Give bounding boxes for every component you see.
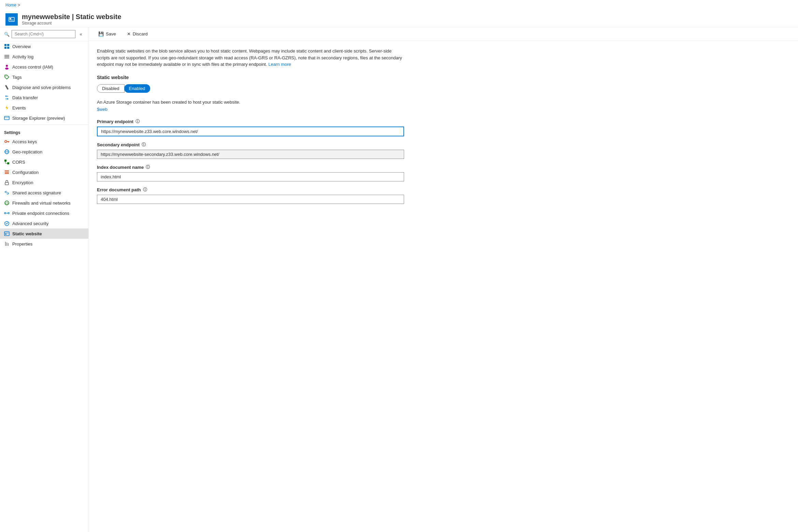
error-document-field: Error document path ⓘ	[97, 187, 404, 204]
sidebar-item-shared-access[interactable]: Shared access signature	[0, 188, 88, 198]
wrench-icon	[4, 85, 10, 90]
lock-icon	[4, 180, 10, 185]
cors-icon	[4, 159, 10, 165]
index-document-field: Index document name ⓘ	[97, 164, 404, 181]
storage-account-icon	[5, 13, 18, 26]
svg-rect-30	[5, 173, 9, 174]
content-body: Enabling static websites on the blob ser…	[89, 41, 798, 216]
sidebar-item-access-keys[interactable]: Access keys	[0, 136, 88, 147]
main-content: 💾 Save ✕ Discard Enabling static website…	[89, 27, 798, 532]
shield-icon	[4, 221, 10, 226]
page-subtitle: Storage account	[22, 21, 121, 26]
sidebar-item-private-endpoint[interactable]: Private endpoint connections	[0, 208, 88, 218]
svg-rect-28	[5, 171, 9, 171]
disabled-toggle[interactable]: Disabled	[97, 84, 125, 93]
search-bar: 🔍 «	[0, 27, 88, 41]
breadcrumb-separator: >	[18, 3, 20, 8]
svg-rect-39	[5, 234, 6, 235]
sidebar-item-tags[interactable]: Tags	[0, 72, 88, 82]
svg-point-11	[5, 68, 9, 70]
error-document-input[interactable]	[97, 195, 404, 204]
svg-rect-13	[5, 85, 9, 90]
storage-icon	[4, 115, 10, 121]
sidebar-item-label: Access keys	[12, 139, 37, 144]
learn-more-link[interactable]: Learn more	[268, 62, 291, 67]
sidebar-item-label: Firewalls and virtual networks	[12, 201, 71, 206]
discard-icon: ✕	[127, 31, 131, 36]
sidebar-item-geo-replication[interactable]: Geo-replication	[0, 147, 88, 157]
sidebar-item-events[interactable]: Events	[0, 103, 88, 113]
sidebar-item-access-control[interactable]: Access control (IAM)	[0, 62, 88, 72]
key-icon	[4, 139, 10, 144]
sidebar-item-advanced-security[interactable]: Advanced security	[0, 218, 88, 228]
description-text: Enabling static websites on the blob ser…	[97, 48, 404, 68]
page-header: mynewwebsite | Static website Storage ac…	[0, 10, 798, 27]
sidebar-item-static-website[interactable]: Static website	[0, 228, 88, 239]
sidebar-item-label: CORS	[12, 160, 25, 165]
sidebar-item-label: Tags	[12, 75, 22, 80]
sidebar-item-encryption[interactable]: Encryption	[0, 177, 88, 188]
sidebar-item-properties[interactable]: Properties	[0, 239, 88, 249]
breadcrumb: Home >	[0, 0, 798, 10]
search-input[interactable]	[12, 30, 75, 38]
transfer-icon	[4, 95, 10, 100]
svg-rect-25	[7, 162, 9, 164]
secondary-endpoint-input[interactable]	[97, 150, 404, 159]
collapse-sidebar-button[interactable]: «	[77, 31, 84, 38]
sidebar-item-label: Geo-replication	[12, 149, 42, 154]
save-icon: 💾	[98, 31, 104, 36]
lightning-icon	[4, 105, 10, 110]
enabled-toggle[interactable]: Enabled	[124, 84, 151, 93]
index-document-info-icon[interactable]: ⓘ	[146, 164, 150, 170]
svg-point-33	[5, 201, 9, 205]
website-icon	[4, 231, 10, 236]
svg-point-35	[8, 212, 9, 214]
list-icon	[4, 54, 10, 59]
primary-endpoint-info-icon[interactable]: ⓘ	[136, 119, 140, 124]
sidebar-item-firewalls[interactable]: Firewalls and virtual networks	[0, 198, 88, 208]
sidebar-item-label: Configuration	[12, 170, 39, 175]
web-container-link[interactable]: $web	[97, 107, 790, 112]
svg-rect-0	[9, 17, 14, 21]
svg-point-10	[6, 65, 8, 67]
sidebar-item-cors[interactable]: CORS	[0, 157, 88, 167]
toggle-container: Disabled Enabled	[97, 84, 790, 93]
nav-settings: Access keys Geo-replication CORS Configu…	[0, 136, 88, 249]
sidebar-item-label: Static website	[12, 231, 42, 236]
save-label: Save	[106, 31, 116, 36]
settings-section-label: Settings	[0, 126, 88, 136]
sidebar-item-label: Events	[12, 105, 26, 110]
svg-rect-29	[5, 172, 9, 173]
index-document-input[interactable]	[97, 172, 404, 181]
svg-rect-37	[4, 232, 9, 236]
discard-button[interactable]: ✕ Discard	[124, 30, 151, 38]
svg-marker-14	[5, 105, 8, 110]
page-title: mynewwebsite | Static website	[22, 13, 121, 21]
properties-icon	[4, 241, 10, 247]
sidebar-item-label: Advanced security	[12, 221, 48, 226]
save-button[interactable]: 💾 Save	[96, 30, 119, 38]
sidebar-item-data-transfer[interactable]: Data transfer	[0, 92, 88, 103]
svg-rect-9	[4, 58, 9, 58]
sidebar-item-overview[interactable]: Overview	[0, 41, 88, 51]
discard-label: Discard	[133, 31, 148, 36]
grid-icon	[4, 44, 10, 49]
svg-rect-8	[4, 56, 9, 57]
sidebar-item-storage-explorer[interactable]: Storage Explorer (preview)	[0, 113, 88, 123]
primary-endpoint-input[interactable]	[97, 127, 404, 136]
sidebar-item-label: Properties	[12, 241, 32, 247]
sidebar-item-activity-log[interactable]: Activity log	[0, 51, 88, 62]
sidebar-item-diagnose[interactable]: Diagnose and solve problems	[0, 82, 88, 92]
sidebar-item-label: Activity log	[12, 54, 33, 59]
secondary-endpoint-info-icon[interactable]: ⓘ	[142, 142, 146, 148]
secondary-endpoint-field: Secondary endpoint ⓘ	[97, 142, 404, 159]
search-icon: 🔍	[4, 32, 10, 37]
index-document-label: Index document name ⓘ	[97, 164, 404, 170]
sidebar-item-configuration[interactable]: Configuration	[0, 167, 88, 177]
container-info-text: An Azure Storage container has been crea…	[97, 100, 790, 105]
toolbar: 💾 Save ✕ Discard	[89, 27, 798, 41]
sidebar-item-label: Shared access signature	[12, 190, 61, 195]
error-document-info-icon[interactable]: ⓘ	[143, 187, 147, 193]
home-link[interactable]: Home	[5, 3, 16, 8]
secondary-endpoint-label: Secondary endpoint ⓘ	[97, 142, 404, 148]
